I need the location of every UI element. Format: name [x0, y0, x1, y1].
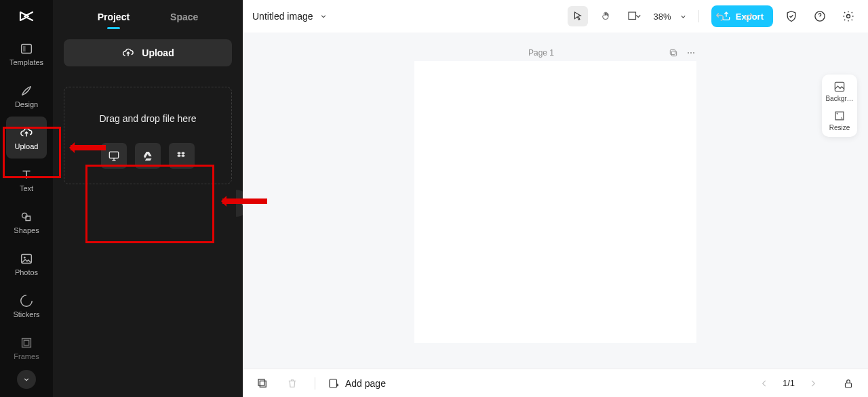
divider — [315, 377, 315, 390]
chevron-left-icon — [760, 379, 769, 388]
sidebar-item-upload[interactable]: Upload — [6, 117, 47, 159]
prev-page-button[interactable] — [755, 375, 773, 392]
right-dock: Backgr… Resize — [822, 75, 857, 137]
sidebar-item-label: Design — [15, 101, 38, 108]
dock-label: Resize — [825, 124, 854, 131]
sidebar-item-templates[interactable]: Templates — [6, 33, 47, 75]
sidebar-item-design[interactable]: Design — [6, 75, 47, 117]
lock-icon — [842, 377, 854, 390]
svg-rect-22 — [846, 383, 852, 388]
photos-icon — [19, 251, 34, 266]
upload-cloud-icon — [19, 125, 34, 140]
canvas-viewport[interactable]: Page 1 Backgr… Resize — [243, 33, 868, 369]
cursor-tool-button[interactable] — [568, 6, 588, 26]
help-icon — [813, 9, 827, 23]
design-icon — [19, 83, 34, 98]
sidebar-item-label: Frames — [14, 353, 39, 360]
duplicate-icon — [668, 47, 679, 58]
google-drive-icon — [141, 149, 155, 163]
sidebar-item-label: Upload — [15, 143, 39, 150]
svg-rect-8 — [109, 152, 118, 158]
settings-button[interactable] — [838, 6, 859, 26]
page-canvas[interactable] — [414, 61, 696, 343]
chevron-down-icon — [22, 375, 31, 384]
sidebar-item-stickers[interactable]: Stickers — [6, 285, 47, 327]
more-horizontal-icon — [686, 47, 696, 58]
layers-button[interactable] — [252, 373, 273, 394]
app-logo[interactable] — [0, 0, 53, 33]
drop-sources — [101, 143, 195, 169]
upload-cloud-icon — [121, 46, 135, 60]
svg-rect-20 — [258, 379, 264, 385]
svg-rect-9 — [629, 12, 636, 20]
page-more-button[interactable] — [686, 47, 696, 58]
undo-button[interactable] — [710, 6, 730, 26]
trash-icon — [286, 377, 298, 390]
source-device-button[interactable] — [101, 143, 127, 169]
svg-rect-19 — [260, 381, 266, 387]
redo-button[interactable] — [738, 6, 759, 26]
chevron-down-icon[interactable] — [679, 12, 688, 21]
svg-rect-0 — [22, 44, 32, 53]
source-google-drive-button[interactable] — [135, 143, 161, 169]
page-counter: 1/1 — [783, 378, 795, 388]
tab-project[interactable]: Project — [98, 2, 130, 32]
sidebar-nav: Templates Design Upload Text Shapes Phot… — [0, 0, 53, 397]
zoom-value[interactable]: 38% — [653, 12, 671, 22]
upload-panel: Project Space Upload Drag and drop file … — [53, 0, 243, 397]
add-page-button[interactable]: Add page — [328, 377, 386, 390]
resize-icon — [833, 109, 846, 123]
drop-area[interactable]: Drag and drop file here — [64, 87, 232, 184]
shapes-icon — [19, 209, 34, 224]
undo-icon — [714, 10, 726, 22]
add-page-icon — [328, 377, 340, 390]
sidebar-item-frames[interactable]: Frames — [6, 327, 47, 369]
lock-button[interactable] — [838, 373, 859, 394]
source-dropbox-button[interactable] — [169, 143, 195, 169]
sidebar-item-text[interactable]: Text — [6, 159, 47, 201]
hand-tool-button[interactable] — [596, 6, 616, 26]
chevron-right-icon — [808, 379, 818, 388]
capcut-logo-icon — [18, 8, 35, 24]
delete-page-button[interactable] — [282, 373, 302, 394]
svg-rect-12 — [671, 51, 676, 56]
shield-button[interactable] — [781, 6, 802, 26]
page-size-icon — [627, 10, 642, 22]
top-toolbar: Untitled image 38% — [243, 0, 868, 33]
bottom-bar: Add page 1/1 — [243, 369, 868, 397]
svg-rect-1 — [23, 45, 26, 51]
shield-check-icon — [785, 9, 798, 23]
stickers-icon — [19, 293, 34, 308]
sidebar-item-photos[interactable]: Photos — [6, 243, 47, 285]
add-page-label: Add page — [345, 378, 386, 389]
duplicate-page-button[interactable] — [668, 47, 679, 58]
canvas-size-button[interactable] — [625, 6, 645, 26]
background-icon — [833, 80, 846, 93]
sidebar-item-label: Photos — [15, 269, 38, 276]
canvas-area: Untitled image 38% — [243, 0, 868, 397]
page-label: Page 1 — [414, 48, 668, 58]
sidebar-item-shapes[interactable]: Shapes — [6, 201, 47, 243]
chevron-down-icon — [319, 12, 328, 21]
sidebar-item-label: Stickers — [13, 311, 39, 318]
svg-rect-7 — [24, 340, 28, 345]
dock-background-button[interactable]: Backgr… — [825, 80, 854, 102]
upload-button[interactable]: Upload — [64, 39, 232, 66]
divider — [698, 10, 699, 22]
dock-resize-button[interactable]: Resize — [825, 109, 854, 131]
redo-icon — [743, 10, 755, 22]
help-button[interactable] — [810, 6, 830, 26]
frames-icon — [19, 335, 34, 350]
dock-label: Backgr… — [825, 95, 854, 102]
text-icon — [19, 167, 34, 182]
svg-rect-21 — [330, 379, 337, 388]
sidebar-more-button[interactable] — [17, 370, 36, 389]
layers-icon — [256, 377, 269, 390]
next-page-button[interactable] — [804, 375, 822, 392]
document-title[interactable]: Untitled image — [252, 11, 328, 22]
panel-tabs: Project Space — [64, 0, 232, 34]
svg-point-11 — [847, 15, 850, 18]
svg-point-16 — [693, 52, 694, 54]
tab-space[interactable]: Space — [170, 2, 198, 32]
document-title-text: Untitled image — [252, 11, 313, 22]
